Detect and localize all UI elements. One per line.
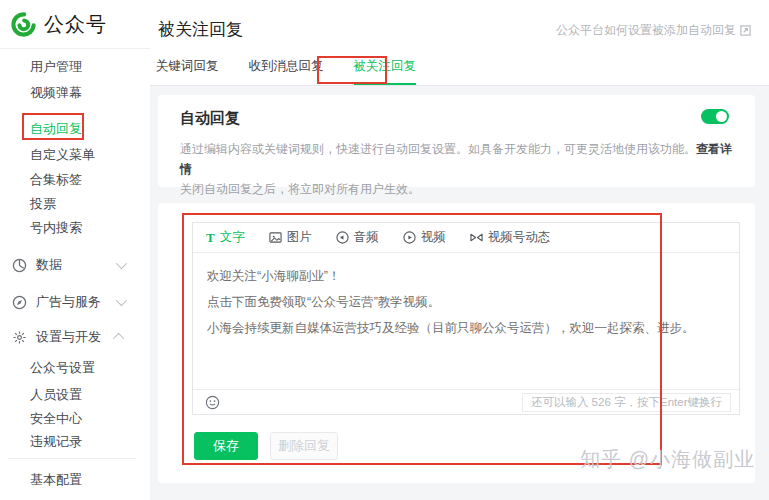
video-icon bbox=[403, 231, 416, 244]
toggle-knob bbox=[716, 111, 727, 122]
auto-reply-title: 自动回复 bbox=[180, 109, 240, 128]
sidebar-item-collection-tags[interactable]: 合集标签 bbox=[30, 171, 82, 189]
editor-tab-label: 视频 bbox=[421, 229, 446, 246]
sidebar-group-label: 广告与服务 bbox=[36, 293, 101, 311]
pie-chart-icon bbox=[12, 258, 27, 273]
editor-tab-label: 图片 bbox=[287, 229, 312, 246]
editor-tab-image[interactable]: 图片 bbox=[269, 229, 312, 246]
tab-keyword-reply[interactable]: 关键词回复 bbox=[156, 58, 219, 85]
sidebar-item-video-danmu[interactable]: 视频弹幕 bbox=[30, 84, 82, 102]
external-link-icon bbox=[740, 25, 751, 36]
reply-line: 欢迎关注“小海聊副业”！ bbox=[207, 263, 725, 289]
sidebar-group-data[interactable]: 数据 bbox=[12, 256, 138, 274]
sidebar-group-label: 设置与开发 bbox=[36, 328, 101, 346]
sidebar-item-in-account-search[interactable]: 号内搜索 bbox=[30, 219, 82, 237]
brand-logo-row[interactable]: 公众号 bbox=[0, 0, 150, 49]
sidebar-item-violation-records[interactable]: 违规记录 bbox=[30, 433, 82, 451]
sidebar-group-settings-dev[interactable]: 设置与开发 bbox=[12, 328, 138, 346]
editor-tab-label: 音频 bbox=[354, 229, 379, 246]
sidebar-item-staff-settings[interactable]: 人员设置 bbox=[30, 386, 82, 404]
auto-reply-toggle[interactable] bbox=[701, 109, 729, 124]
save-button[interactable]: 保存 bbox=[194, 432, 258, 460]
reply-editor: T 文字 图片 音频 bbox=[192, 222, 740, 415]
auto-reply-card: 自动回复 通过编辑内容或关键词规则，快速进行自动回复设置。如具备开发能力，可更灵… bbox=[158, 95, 755, 187]
sidebar-group-label: 数据 bbox=[36, 256, 62, 274]
editor-actions: 保存 删除回复 bbox=[194, 432, 338, 460]
editor-tab-video[interactable]: 视频 bbox=[403, 229, 446, 246]
page-title: 被关注回复 bbox=[158, 18, 243, 41]
reply-line: 小海会持续更新自媒体运营技巧及经验（目前只聊公众号运营），欢迎一起探索、进步。 bbox=[207, 315, 725, 341]
editor-tab-label: 文字 bbox=[220, 229, 245, 246]
sidebar-divider bbox=[8, 458, 136, 459]
sidebar-item-account-settings[interactable]: 公众号设置 bbox=[30, 359, 95, 377]
reply-text-area[interactable]: 欢迎关注“小海聊副业”！ 点击下面免费领取“公众号运营”教学视频。 小海会持续更… bbox=[193, 253, 739, 389]
delete-reply-button[interactable]: 删除回复 bbox=[270, 432, 338, 460]
reply-line: 点击下面免费领取“公众号运营”教学视频。 bbox=[207, 289, 725, 315]
help-link-text: 公众平台如何设置被添加自动回复 bbox=[556, 22, 736, 39]
main-header: 被关注回复 公众平台如何设置被添加自动回复 关键词回复 收到消息回复 被关注回复 bbox=[150, 0, 769, 86]
watermark: 知乎 @小海做副业 bbox=[580, 446, 755, 473]
sidebar-item-auto-reply[interactable]: 自动回复 bbox=[30, 120, 82, 138]
editor-type-tabs: T 文字 图片 音频 bbox=[193, 223, 739, 253]
official-account-logo-icon bbox=[10, 11, 37, 38]
auto-reply-desc-line2: 关闭自动回复之后，将立即对所有用户生效。 bbox=[180, 182, 420, 196]
sidebar-item-basic-config[interactable]: 基本配置 bbox=[30, 471, 82, 489]
chevron-down-icon bbox=[116, 295, 127, 306]
tab-followed-reply[interactable]: 被关注回复 bbox=[354, 58, 417, 85]
auto-reply-description: 通过编辑内容或关键词规则，快速进行自动回复设置。如具备开发能力，可更灵活地使用该… bbox=[180, 139, 740, 199]
auto-reply-desc-line1: 通过编辑内容或关键词规则，快速进行自动回复设置。如具备开发能力，可更灵活地使用该… bbox=[180, 142, 696, 156]
sidebar-item-security-center[interactable]: 安全中心 bbox=[30, 410, 82, 428]
sidebar-item-user-management[interactable]: 用户管理 bbox=[30, 58, 82, 76]
sidebar-item-custom-menu[interactable]: 自定义菜单 bbox=[30, 146, 95, 164]
app-window: 公众号 用户管理 视频弹幕 自动回复 自定义菜单 合集标签 投票 号内搜索 数据… bbox=[0, 0, 769, 500]
emoji-icon[interactable] bbox=[205, 395, 220, 410]
chevron-up-icon bbox=[113, 333, 124, 344]
sidebar-item-vote[interactable]: 投票 bbox=[30, 195, 56, 213]
image-icon bbox=[269, 231, 282, 244]
reply-editor-card: T 文字 图片 音频 bbox=[158, 203, 755, 483]
text-icon: T bbox=[206, 230, 215, 246]
editor-tab-audio[interactable]: 音频 bbox=[336, 229, 379, 246]
chevron-down-icon bbox=[116, 258, 127, 269]
editor-tab-channels[interactable]: 视频号动态 bbox=[470, 229, 551, 246]
reply-tabs: 关键词回复 收到消息回复 被关注回复 bbox=[156, 58, 446, 85]
sidebar-group-ads-services[interactable]: 广告与服务 bbox=[12, 293, 138, 311]
gear-icon bbox=[12, 330, 27, 345]
editor-tab-label: 视频号动态 bbox=[488, 229, 551, 246]
audio-icon bbox=[336, 231, 349, 244]
editor-tab-text[interactable]: T 文字 bbox=[206, 229, 245, 246]
tab-message-reply[interactable]: 收到消息回复 bbox=[249, 58, 324, 85]
help-link[interactable]: 公众平台如何设置被添加自动回复 bbox=[556, 22, 751, 39]
char-count-hint: 还可以输入 526 字，按下Enter键换行 bbox=[522, 393, 731, 412]
channels-icon bbox=[470, 231, 483, 244]
compass-icon bbox=[12, 295, 27, 310]
sidebar: 公众号 用户管理 视频弹幕 自动回复 自定义菜单 合集标签 投票 号内搜索 数据… bbox=[0, 0, 150, 500]
brand-name: 公众号 bbox=[44, 11, 107, 38]
editor-footer: 还可以输入 526 字，按下Enter键换行 bbox=[193, 389, 739, 414]
